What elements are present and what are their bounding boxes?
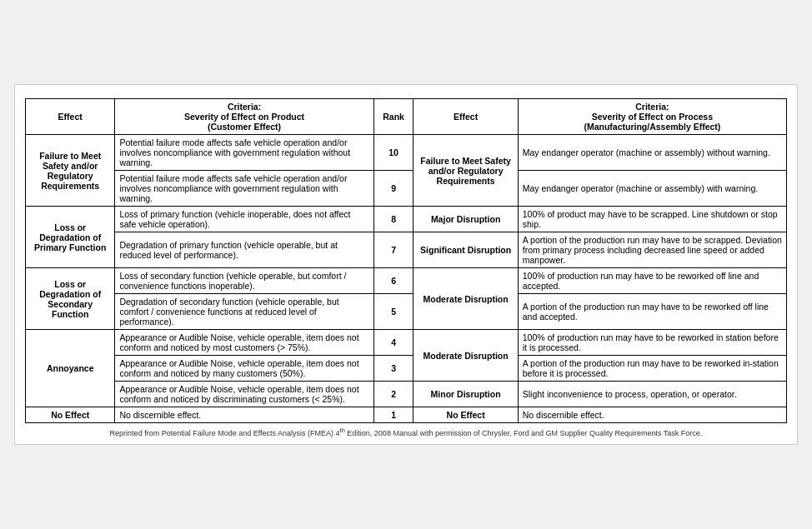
table-row: Loss or Degradation of Primary FunctionL… (26, 207, 787, 232)
criteria-left-cell: Degradation of primary function (vehicle… (115, 232, 373, 268)
criteria-left-cell: Potential failure mode affects safe vehi… (115, 135, 373, 171)
table-row: Potential failure mode affects safe vehi… (26, 171, 787, 207)
table-row: Degradation of primary function (vehicle… (26, 232, 787, 268)
criteria-right-cell: 100% of production run may have to be re… (518, 330, 786, 356)
rank-cell: 9 (373, 171, 414, 207)
criteria-right-cell: No discernible effect. (518, 407, 786, 423)
effect-left-cell: Failure to Meet Safety and/or Regulatory… (26, 135, 115, 207)
rank-cell: 3 (373, 356, 414, 382)
effect-right-cell: Moderate Disruption (414, 268, 518, 330)
rank-cell: 1 (373, 407, 414, 423)
criteria-left-cell: Appearance or Audible Noise, vehicle ope… (115, 356, 373, 382)
table-row: Failure to Meet Safety and/or Regulatory… (26, 135, 787, 171)
criteria-right-cell: May endanger operator (machine or assemb… (518, 135, 786, 171)
header-effect-left: Effect (26, 99, 115, 135)
criteria-left-cell: Loss of secondary function (vehicle oper… (115, 268, 373, 294)
header-criteria-process: Criteria:Severity of Effect on Process(M… (518, 99, 786, 135)
rank-cell: 7 (373, 232, 414, 268)
effect-left-cell: Loss or Degradation of Secondary Functio… (26, 268, 115, 330)
criteria-right-cell: A portion of the production run may have… (518, 232, 786, 268)
table-row: Appearance or Audible Noise, vehicle ope… (26, 382, 787, 407)
effect-left-cell: No Effect (26, 407, 115, 423)
criteria-left-cell: Potential failure mode affects safe vehi… (115, 171, 373, 207)
criteria-left-cell: Loss of primary function (vehicle inoper… (115, 207, 373, 232)
header-rank: Rank (373, 99, 414, 135)
effect-right-cell: Significant Disruption (414, 232, 518, 268)
header-criteria-product: Criteria:Severity of Effect on Product(C… (115, 99, 373, 135)
table-row: Loss or Degradation of Secondary Functio… (26, 268, 787, 294)
criteria-right-cell: Slight inconvenience to process, operati… (518, 382, 786, 407)
rank-cell: 8 (373, 207, 414, 232)
table-header-row: Effect Criteria:Severity of Effect on Pr… (26, 99, 787, 135)
rank-cell: 2 (373, 382, 414, 407)
criteria-right-cell: A portion of the production run may have… (518, 294, 786, 330)
rank-cell: 6 (373, 268, 414, 294)
criteria-right-cell: 100% of production run may have to be re… (518, 268, 786, 294)
table-row: Appearance or Audible Noise, vehicle ope… (26, 356, 787, 382)
table-row: No EffectNo discernible effect.1No Effec… (26, 407, 787, 423)
header-effect-right: Effect (414, 99, 518, 135)
table-row: Degradation of secondary function (vehic… (26, 294, 787, 330)
effect-right-cell: Moderate Disruption (414, 330, 518, 382)
effect-right-cell: No Effect (414, 407, 518, 423)
effect-right-cell: Major Disruption (414, 207, 518, 232)
rank-cell: 10 (373, 135, 414, 171)
criteria-right-cell: May endanger operator (machine or assemb… (518, 171, 786, 207)
effect-right-cell: Minor Disruption (414, 382, 518, 407)
table-body: Failure to Meet Safety and/or Regulatory… (26, 135, 787, 423)
criteria-left-cell: Degradation of secondary function (vehic… (115, 294, 373, 330)
page-wrapper: Effect Criteria:Severity of Effect on Pr… (14, 84, 798, 445)
effect-right-cell: Failure to Meet Safety and/or Regulatory… (414, 135, 518, 207)
rank-cell: 5 (373, 294, 414, 330)
criteria-left-cell: Appearance or Audible Noise, vehicle ope… (115, 330, 373, 356)
criteria-left-cell: Appearance or Audible Noise, vehicle ope… (115, 382, 373, 407)
footer-text: Reprinted from Potential Failure Mode an… (25, 427, 787, 437)
criteria-right-cell: A portion of the production run may have… (518, 356, 786, 382)
rank-cell: 4 (373, 330, 414, 356)
criteria-right-cell: 100% of product may have to be scrapped.… (518, 207, 786, 232)
pfmea-table: Effect Criteria:Severity of Effect on Pr… (25, 98, 787, 423)
table-row: AnnoyanceAppearance or Audible Noise, ve… (26, 330, 787, 356)
effect-left-cell: Loss or Degradation of Primary Function (26, 207, 115, 268)
criteria-left-cell: No discernible effect. (115, 407, 373, 423)
effect-left-cell: Annoyance (26, 330, 115, 407)
